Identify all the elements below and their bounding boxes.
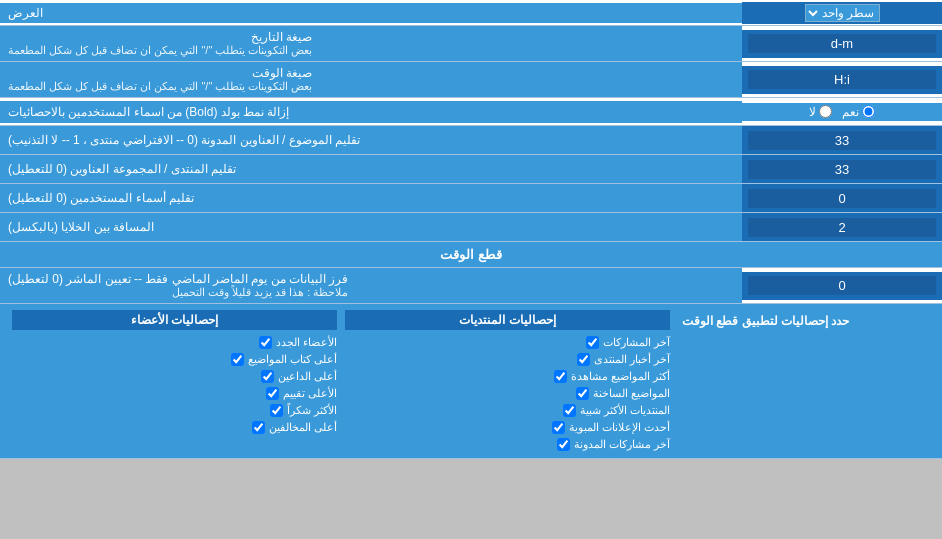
forum-trim-input-wrapper[interactable] <box>742 155 942 183</box>
stat-checkbox-1[interactable] <box>586 336 599 349</box>
stat-member-3[interactable]: أعلى الداعين <box>12 369 337 384</box>
date-format-input-wrapper[interactable] <box>742 30 942 58</box>
bold-label: إزالة نمط بولد (Bold) من اسماء المستخدمي… <box>0 101 742 123</box>
stats-col1-header: إحصاليات المنتديات <box>345 310 670 330</box>
time-format-input-wrapper[interactable] <box>742 66 942 94</box>
time-cut-input[interactable] <box>748 276 936 295</box>
bold-no-label[interactable]: لا <box>809 105 832 119</box>
stat-member-checkbox-3[interactable] <box>261 370 274 383</box>
stat-checkbox-7[interactable] <box>557 438 570 451</box>
stat-member-checkbox-6[interactable] <box>252 421 265 434</box>
cell-spacing-input-wrapper[interactable] <box>742 213 942 241</box>
forum-trim-label: تقليم المنتدى / المجموعة العناوين (0 للت… <box>0 155 742 183</box>
display-select[interactable]: سطر واحد سطرين ثلاثة أسطر <box>805 4 880 22</box>
stat-checkbox-3[interactable] <box>554 370 567 383</box>
stat-member-4[interactable]: الأعلى تقييم <box>12 386 337 401</box>
cell-spacing-input[interactable] <box>748 218 936 237</box>
time-cut-row: فرز البيانات من يوم الماضر الماضي فقط --… <box>0 268 942 304</box>
stat-member-5[interactable]: الأكثر شكراً <box>12 403 337 418</box>
stats-col2-header: إحصاليات الأعضاء <box>12 310 337 330</box>
time-format-input[interactable] <box>748 70 936 89</box>
stat-checkbox-4[interactable] <box>576 387 589 400</box>
bold-yes-radio[interactable] <box>862 105 875 118</box>
stat-member-checkbox-2[interactable] <box>231 353 244 366</box>
topics-trim-input[interactable] <box>748 131 936 150</box>
display-select-wrapper[interactable]: سطر واحد سطرين ثلاثة أسطر <box>742 2 942 24</box>
stat-item-3[interactable]: أكثر المواضيع مشاهدة <box>345 369 670 384</box>
topics-trim-row: تقليم الموضوع / العناوين المدونة (0 -- ا… <box>0 126 942 155</box>
stats-col2: إحصاليات الأعضاء الأعضاء الجدد أعلى كتاب… <box>8 310 341 452</box>
display-row: سطر واحد سطرين ثلاثة أسطر العرض <box>0 0 942 26</box>
stat-checkbox-2[interactable] <box>577 353 590 366</box>
stat-item-5[interactable]: المنتديات الأكثر شبية <box>345 403 670 418</box>
date-format-label: صيغة التاريخ بعض التكوينات يتطلب "/" الت… <box>0 26 742 61</box>
forum-trim-row: تقليم المنتدى / المجموعة العناوين (0 للت… <box>0 155 942 184</box>
users-trim-label: تقليم أسماء المستخدمين (0 للتعطيل) <box>0 184 742 212</box>
stat-member-checkbox-4[interactable] <box>266 387 279 400</box>
cell-spacing-label: المسافة بين الخلايا (بالبكسل) <box>0 213 742 241</box>
users-trim-input[interactable] <box>748 189 936 208</box>
stat-member-6[interactable]: أعلى المخالفين <box>12 420 337 435</box>
topics-trim-label: تقليم الموضوع / العناوين المدونة (0 -- ا… <box>0 126 742 154</box>
stat-checkbox-5[interactable] <box>563 404 576 417</box>
time-format-label: صيغة الوقت بعض التكوينات يتطلب "/" التي … <box>0 62 742 97</box>
bold-yes-label[interactable]: نعم <box>842 105 875 119</box>
display-label: العرض <box>0 3 742 23</box>
stats-section-title: حدد إحصاليات لتطبيق قطع الوقت <box>674 310 934 332</box>
bold-remove-row: نعم لا إزالة نمط بولد (Bold) من اسماء ال… <box>0 98 942 126</box>
time-cut-label: فرز البيانات من يوم الماضر الماضي فقط --… <box>0 268 742 303</box>
time-cut-input-wrapper[interactable] <box>742 272 942 300</box>
stat-member-2[interactable]: أعلى كتاب المواضيع <box>12 352 337 367</box>
stat-item-2[interactable]: آخر أخبار المنتدى <box>345 352 670 367</box>
time-cut-section-header: قطع الوقت <box>0 242 942 268</box>
users-trim-input-wrapper[interactable] <box>742 184 942 212</box>
stats-section: حدد إحصاليات لتطبيق قطع الوقت إحصاليات ا… <box>0 304 942 459</box>
date-format-input[interactable] <box>748 34 936 53</box>
topics-trim-input-wrapper[interactable] <box>742 126 942 154</box>
date-format-row: صيغة التاريخ بعض التكوينات يتطلب "/" الت… <box>0 26 942 62</box>
stat-member-1[interactable]: الأعضاء الجدد <box>12 335 337 350</box>
stat-checkbox-6[interactable] <box>552 421 565 434</box>
users-trim-row: تقليم أسماء المستخدمين (0 للتعطيل) <box>0 184 942 213</box>
stat-item-6[interactable]: أحدث الإعلانات المبوية <box>345 420 670 435</box>
stat-member-checkbox-5[interactable] <box>270 404 283 417</box>
stats-col1: إحصاليات المنتديات آخر المشاركات آخر أخب… <box>341 310 674 452</box>
bold-no-radio[interactable] <box>819 105 832 118</box>
stat-item-7[interactable]: آخر مشاركات المدونة <box>345 437 670 452</box>
stat-item-1[interactable]: آخر المشاركات <box>345 335 670 350</box>
stat-member-checkbox-1[interactable] <box>259 336 272 349</box>
cell-spacing-row: المسافة بين الخلايا (بالبكسل) <box>0 213 942 242</box>
time-format-row: صيغة الوقت بعض التكوينات يتطلب "/" التي … <box>0 62 942 98</box>
bold-radio-options: نعم لا <box>742 103 942 121</box>
forum-trim-input[interactable] <box>748 160 936 179</box>
stat-item-4[interactable]: المواضيع الساخنة <box>345 386 670 401</box>
